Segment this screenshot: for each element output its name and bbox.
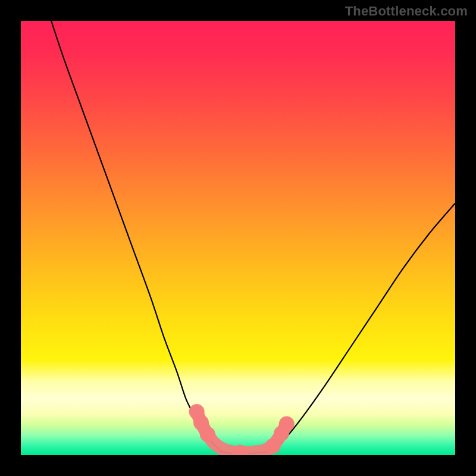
- chart-svg: [21, 21, 455, 455]
- plot-area: [21, 21, 455, 455]
- marker-dot: [200, 427, 215, 442]
- chart-frame: TheBottleneck.com: [0, 0, 476, 476]
- watermark: TheBottleneck.com: [345, 4, 468, 19]
- marker-dot: [265, 439, 280, 454]
- marker-dot: [279, 416, 295, 431]
- gradient-background: [21, 21, 455, 455]
